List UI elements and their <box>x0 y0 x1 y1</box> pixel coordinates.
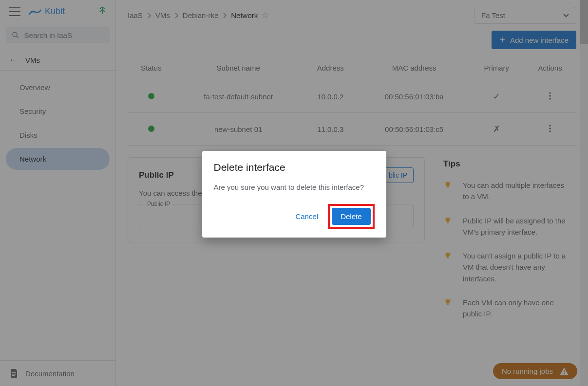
delete-button-highlight: Delete <box>328 204 374 229</box>
cancel-button[interactable]: Cancel <box>292 208 321 224</box>
delete-button[interactable]: Delete <box>332 208 370 225</box>
modal-overlay[interactable]: Delete interface Are you sure you want t… <box>0 0 588 386</box>
modal-title: Delete interface <box>214 162 375 173</box>
modal-body: Are you sure you want to delete this int… <box>214 183 375 191</box>
delete-interface-modal: Delete interface Are you sure you want t… <box>202 151 386 238</box>
